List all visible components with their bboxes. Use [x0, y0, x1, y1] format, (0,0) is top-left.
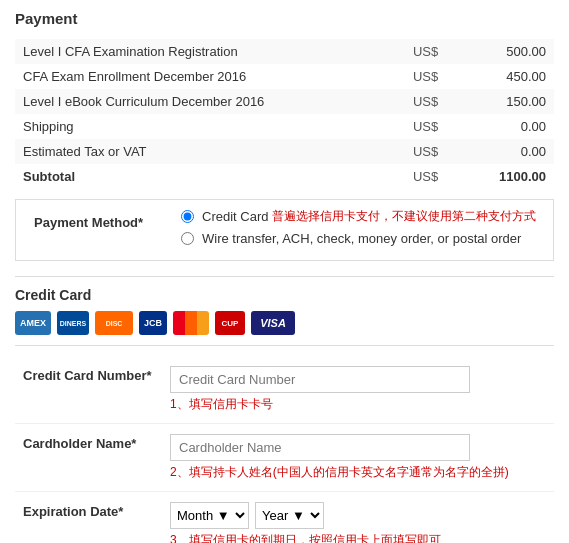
year-select[interactable]: Year ▼ 201620172018 201920202021 2022202…	[255, 502, 324, 529]
cardholder-note: 2、填写持卡人姓名(中国人的信用卡英文名字通常为名字的全拼)	[170, 464, 546, 481]
cardholder-input-area: 2、填写持卡人姓名(中国人的信用卡英文名字通常为名字的全拼)	[170, 429, 554, 486]
wire-transfer-radio[interactable]	[181, 232, 194, 245]
payment-row-currency: US$	[392, 139, 446, 164]
payment-row: Subtotal US$ 1100.00	[15, 164, 554, 189]
month-select[interactable]: Month ▼ 010203 040506 070809 101112	[170, 502, 249, 529]
payment-row: Level I eBook Curriculum December 2016 U…	[15, 89, 554, 114]
payment-row-label: Level I eBook Curriculum December 2016	[15, 89, 392, 114]
payment-row-amount: 0.00	[446, 114, 554, 139]
mastercard-logo	[173, 311, 209, 335]
divider	[15, 276, 554, 277]
payment-title: Payment	[15, 10, 554, 31]
card-number-label: Credit Card Number*	[15, 361, 170, 388]
cup-logo: CUP	[215, 311, 245, 335]
payment-method-box: Payment Method* Credit Card 普遍选择信用卡支付，不建…	[15, 199, 554, 261]
expiry-note: 3、填写信用卡的到期日，按照信用卡上面填写即可	[170, 532, 546, 543]
payment-row-currency: US$	[392, 39, 446, 64]
card-logos: AMEX DINERS DISC JCB CUP VISA	[15, 311, 554, 335]
divider2	[15, 345, 554, 346]
diners-logo: DINERS	[57, 311, 89, 335]
card-number-note: 1、填写信用卡卡号	[170, 396, 546, 413]
wire-transfer-label: Wire transfer, ACH, check, money order, …	[202, 231, 521, 246]
payment-row-amount: 150.00	[446, 89, 554, 114]
wire-transfer-option[interactable]: Wire transfer, ACH, check, money order, …	[181, 231, 521, 246]
expiry-input-area: Month ▼ 010203 040506 070809 101112 Year…	[170, 497, 554, 543]
payment-row-label: Shipping	[15, 114, 392, 139]
card-number-input-area: 1、填写信用卡卡号	[170, 361, 554, 418]
credit-card-label: Credit Card	[202, 209, 268, 224]
credit-card-section: Credit Card AMEX DINERS DISC JCB CUP VIS…	[15, 287, 554, 543]
credit-card-radio[interactable]	[181, 210, 194, 223]
amex-logo: AMEX	[15, 311, 51, 335]
cardholder-input[interactable]	[170, 434, 470, 461]
payment-row-currency: US$	[392, 64, 446, 89]
discover-logo: DISC	[95, 311, 133, 335]
credit-card-title: Credit Card	[15, 287, 554, 303]
expiry-label: Expiration Date*	[15, 497, 170, 524]
credit-card-option[interactable]: Credit Card	[181, 209, 268, 224]
payment-row-label: Subtotal	[15, 164, 392, 189]
card-number-input[interactable]	[170, 366, 470, 393]
payment-row-label: Level I CFA Examination Registration	[15, 39, 392, 64]
payment-method-label: Payment Method*	[26, 208, 181, 235]
payment-table: Level I CFA Examination Registration US$…	[15, 39, 554, 189]
payment-row-currency: US$	[392, 164, 446, 189]
credit-card-note: 普遍选择信用卡支付，不建议使用第二种支付方式	[272, 208, 536, 225]
visa-logo: VISA	[251, 311, 295, 335]
payment-method-options: Credit Card 普遍选择信用卡支付，不建议使用第二种支付方式 Wire …	[181, 208, 543, 252]
payment-row-amount: 500.00	[446, 39, 554, 64]
payment-row: Shipping US$ 0.00	[15, 114, 554, 139]
payment-row-amount: 450.00	[446, 64, 554, 89]
payment-row: CFA Exam Enrollment December 2016 US$ 45…	[15, 64, 554, 89]
payment-row: Level I CFA Examination Registration US$…	[15, 39, 554, 64]
payment-row-currency: US$	[392, 114, 446, 139]
payment-row-label: Estimated Tax or VAT	[15, 139, 392, 164]
payment-row-amount: 1100.00	[446, 164, 554, 189]
payment-row-label: CFA Exam Enrollment December 2016	[15, 64, 392, 89]
cardholder-label: Cardholder Name*	[15, 429, 170, 456]
cardholder-row: Cardholder Name* 2、填写持卡人姓名(中国人的信用卡英文名字通常…	[15, 424, 554, 492]
payment-row-amount: 0.00	[446, 139, 554, 164]
jcb-logo: JCB	[139, 311, 167, 335]
card-number-row: Credit Card Number* 1、填写信用卡卡号	[15, 356, 554, 424]
expiry-row: Expiration Date* Month ▼ 010203 040506 0…	[15, 492, 554, 543]
payment-row: Estimated Tax or VAT US$ 0.00	[15, 139, 554, 164]
payment-row-currency: US$	[392, 89, 446, 114]
